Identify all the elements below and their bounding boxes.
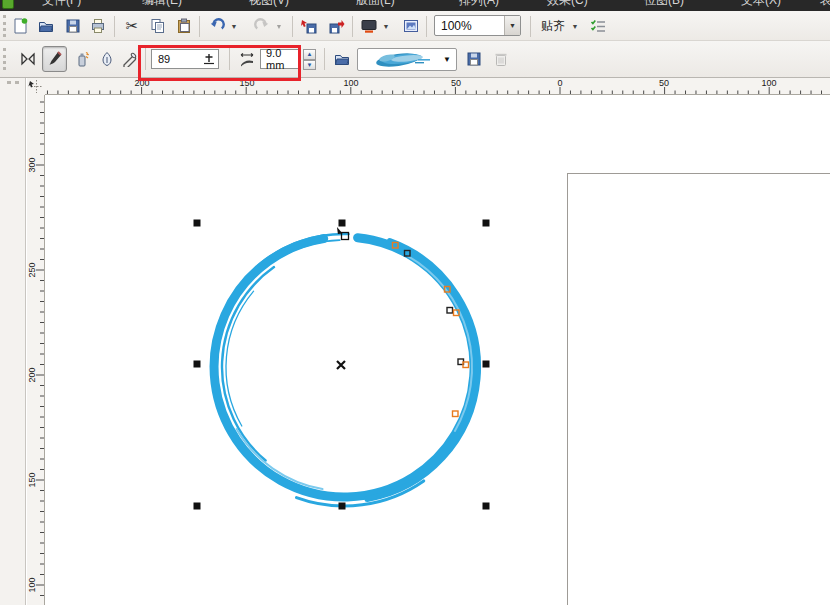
undo-button[interactable] xyxy=(205,14,229,38)
svg-text:100: 100 xyxy=(761,78,776,88)
open-button[interactable] xyxy=(34,14,58,38)
separator xyxy=(292,16,293,37)
copy-button[interactable] xyxy=(146,14,170,38)
stroke-width-field[interactable]: 9.0 mm xyxy=(260,49,299,69)
zoom-combo-arrow[interactable]: ▼ xyxy=(504,16,520,35)
zoom-level-value: 100% xyxy=(435,19,504,33)
pressure-media-button[interactable] xyxy=(118,47,142,71)
menu-text[interactable]: 文本(X) xyxy=(741,0,781,8)
svg-text:0: 0 xyxy=(557,78,562,88)
freehand-smoothing-field[interactable]: 89 xyxy=(151,49,219,69)
paste-button[interactable] xyxy=(172,14,196,38)
svg-text:200: 200 xyxy=(134,78,149,88)
svg-text:200: 200 xyxy=(27,367,37,382)
import-button[interactable] xyxy=(297,14,321,38)
welcome-screen-button[interactable] xyxy=(399,14,423,38)
smoothing-slider-icon[interactable] xyxy=(200,51,218,67)
freehand-smoothing-value: 89 xyxy=(152,53,200,65)
stroke-width-spinner[interactable]: ▲▼ xyxy=(303,49,316,70)
toolbar-grip[interactable] xyxy=(3,15,6,37)
app-icon[interactable] xyxy=(2,0,14,9)
svg-text:100: 100 xyxy=(343,78,358,88)
save-button[interactable] xyxy=(61,14,85,38)
toolbox-grip[interactable] xyxy=(7,81,19,84)
artwork-layer xyxy=(45,95,830,605)
menu-arrange[interactable]: 排列(A) xyxy=(459,0,499,8)
separator xyxy=(324,48,325,70)
application-launcher-button[interactable] xyxy=(357,14,381,38)
drawing-area[interactable] xyxy=(45,95,830,605)
menu-layout[interactable]: 版面(L) xyxy=(356,0,395,8)
browse-stroke-button[interactable] xyxy=(330,47,354,71)
stroke-width-icon xyxy=(235,47,259,71)
horizontal-ruler[interactable]: 20015010050050100 xyxy=(45,78,830,95)
sprayer-media-button[interactable] xyxy=(70,47,94,71)
stroke-list-arrow[interactable]: ▼ xyxy=(438,55,456,64)
workspace: 20015010050050100 300250200150100 xyxy=(0,78,830,605)
svg-text:50: 50 xyxy=(659,78,669,88)
svg-text:250: 250 xyxy=(27,262,37,277)
menu-effects[interactable]: 效果(C) xyxy=(547,0,588,8)
coreldraw-window: 文件(F) 编辑(E) 视图(V) 版面(L) 排列(A) 效果(C) 位图(B… xyxy=(0,0,830,605)
zoom-level-combo[interactable]: 100% ▼ xyxy=(434,15,521,36)
separator xyxy=(426,16,427,37)
stroke-preview xyxy=(358,49,438,70)
options-button[interactable] xyxy=(586,14,610,38)
propbar-grip[interactable] xyxy=(3,48,6,70)
print-button[interactable] xyxy=(86,14,110,38)
menu-bitmaps[interactable]: 位图(B) xyxy=(644,0,684,8)
redo-button[interactable] xyxy=(250,14,274,38)
preset-media-button[interactable] xyxy=(16,47,40,71)
vertical-ruler[interactable]: 300250200150100 xyxy=(27,95,45,605)
new-button[interactable] xyxy=(8,14,32,38)
separator xyxy=(530,16,531,37)
svg-text:50: 50 xyxy=(451,78,461,88)
separator xyxy=(229,48,230,70)
svg-text:150: 150 xyxy=(27,472,37,487)
svg-text:150: 150 xyxy=(239,78,254,88)
calligraphic-media-button[interactable] xyxy=(95,47,119,71)
spinner-up[interactable]: ▲ xyxy=(303,49,316,60)
standard-toolbar: ✂ ▼ ▼ ▼ 100% ▼ 贴齐 ▼ xyxy=(0,11,830,41)
menu-table[interactable]: 表格(T) xyxy=(820,0,830,8)
menu-view[interactable]: 视图(V) xyxy=(249,0,289,8)
brush-ring[interactable] xyxy=(214,234,478,506)
spinner-down[interactable]: ▼ xyxy=(303,60,316,71)
toolbox xyxy=(0,78,26,605)
separator xyxy=(145,48,146,70)
save-stroke-button[interactable] xyxy=(462,47,486,71)
menu-bar: 文件(F) 编辑(E) 视图(V) 版面(L) 排列(A) 效果(C) 位图(B… xyxy=(0,0,830,11)
separator xyxy=(114,16,115,37)
brush-media-button[interactable] xyxy=(42,46,67,72)
stroke-width-value: 9.0 mm xyxy=(261,47,298,71)
menu-edit[interactable]: 编辑(E) xyxy=(142,0,182,8)
export-button[interactable] xyxy=(325,14,349,38)
cut-button[interactable]: ✂ xyxy=(120,14,144,38)
separator xyxy=(352,16,353,37)
ruler-origin-button[interactable] xyxy=(27,78,45,95)
undo-dropdown-arrow[interactable]: ▼ xyxy=(229,14,239,38)
property-bar: 89 9.0 mm ▲▼ ▼ xyxy=(0,41,830,78)
menu-file[interactable]: 文件(F) xyxy=(42,0,81,8)
launcher-dropdown-arrow[interactable]: ▼ xyxy=(381,14,391,38)
center-marker[interactable] xyxy=(337,361,345,369)
svg-text:300: 300 xyxy=(27,157,37,172)
snap-dropdown-arrow[interactable]: ▼ xyxy=(570,14,580,38)
delete-stroke-button[interactable] xyxy=(489,47,513,71)
separator xyxy=(199,16,200,37)
redo-dropdown-arrow[interactable]: ▼ xyxy=(274,14,284,38)
svg-text:100: 100 xyxy=(27,577,37,592)
snap-to-button[interactable]: 贴齐 xyxy=(541,14,565,38)
stroke-list-dropdown[interactable]: ▼ xyxy=(357,48,457,71)
